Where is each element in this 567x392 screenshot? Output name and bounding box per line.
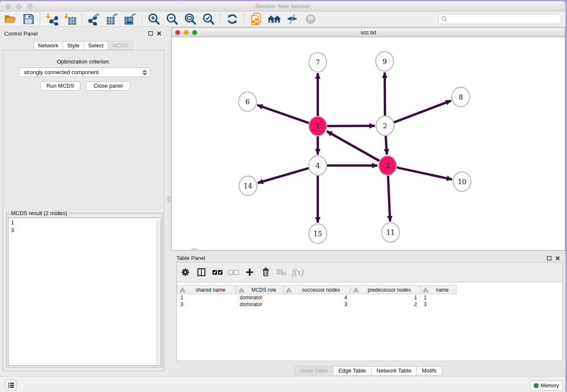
horizontal-splitter-grip[interactable] xyxy=(192,248,197,251)
function-builder-icon: f(x) xyxy=(292,268,304,277)
toolbar-separator xyxy=(40,14,40,25)
mcds-result-box: MCDS result (2 nodes) 1 3 xyxy=(6,213,163,367)
graph-node-label: 1 xyxy=(316,122,320,130)
table-row[interactable]: 1dominator411 xyxy=(177,294,457,301)
zoom-fit-icon[interactable] xyxy=(181,12,199,26)
memory-status-icon xyxy=(534,383,539,388)
graph-node-label: 6 xyxy=(245,98,250,106)
mcds-result-title: MCDS result (2 nodes) xyxy=(9,210,69,216)
graph-node-label: 7 xyxy=(316,58,320,66)
control-panel: Control Panel Network Style Select MCDS … xyxy=(0,27,167,376)
tab-style[interactable]: Style xyxy=(63,41,84,50)
graph-node-label: 10 xyxy=(458,178,466,186)
control-panel-tabs: Network Style Select MCDS xyxy=(0,41,167,50)
graph-edge-2-8[interactable] xyxy=(394,101,451,123)
graph-edge-3-11[interactable] xyxy=(388,176,390,221)
window-title: Session: New Session xyxy=(0,3,565,9)
memory-button[interactable]: Memory xyxy=(530,381,563,391)
node-table: shared nameMCDS rolesuccessor nodesprede… xyxy=(177,285,457,308)
tab-edge-table[interactable]: Edge Table xyxy=(333,366,372,375)
criterion-select[interactable]: strongly connected component xyxy=(19,67,151,77)
tab-select[interactable]: Select xyxy=(84,41,108,50)
export-image-icon[interactable] xyxy=(121,12,139,26)
network-window-title: scc.txt xyxy=(172,29,565,36)
split-panel-icon[interactable] xyxy=(195,268,207,277)
result-line: 1 xyxy=(11,219,161,226)
export-table-icon[interactable] xyxy=(103,12,121,26)
import-table-icon[interactable] xyxy=(61,12,79,26)
column-header-name[interactable]: name xyxy=(421,286,457,294)
table-settings-icon[interactable] xyxy=(179,268,191,277)
float-table-panel-icon[interactable] xyxy=(547,256,552,261)
delete-column-icon[interactable] xyxy=(260,268,272,277)
save-session-icon[interactable] xyxy=(19,12,37,26)
main-toolbar xyxy=(0,11,565,27)
toolbar-separator xyxy=(142,14,142,25)
tab-network[interactable]: Network xyxy=(33,41,63,50)
select-stepper-icon xyxy=(142,69,147,76)
graph-edge-1-6[interactable] xyxy=(257,105,309,123)
column-header-successor-nodes[interactable]: successor nodes xyxy=(284,286,351,294)
home-icon[interactable] xyxy=(265,12,283,26)
graph-edge-2-3[interactable] xyxy=(386,136,387,155)
node-table-container: f(x) shared nameMCDS rolesuccessor nodes… xyxy=(176,262,563,361)
graph-edge-3-10[interactable] xyxy=(397,168,452,179)
search-input[interactable] xyxy=(438,14,561,24)
close-panel-button[interactable]: Close panel xyxy=(86,81,130,91)
table-panel-title: Table Panel xyxy=(176,255,205,261)
list-icon xyxy=(7,381,15,389)
tab-network-table[interactable]: Network Table xyxy=(372,366,417,375)
network-window-titlebar: ✕ − + scc.txt xyxy=(172,28,565,37)
close-table-panel-icon[interactable] xyxy=(555,256,560,261)
table-panel: Table Panel xyxy=(171,252,565,376)
tab-node-table[interactable]: Node Table xyxy=(295,366,333,375)
column-header-MCDS-role[interactable]: MCDS role xyxy=(237,286,284,294)
vertical-splitter-grip[interactable] xyxy=(168,196,171,202)
mcds-panel: Optimization criterion: strongly connect… xyxy=(3,50,164,371)
title-bar: Session: New Session xyxy=(0,1,565,11)
mcds-result-list[interactable]: 1 3 xyxy=(8,218,161,366)
graph-node-label: 9 xyxy=(383,58,387,66)
open-file-icon[interactable] xyxy=(1,12,19,26)
table-toolbar: f(x) xyxy=(177,262,562,282)
refresh-icon[interactable] xyxy=(223,12,241,26)
run-mcds-button[interactable]: Run MCDS xyxy=(40,81,80,91)
add-column-icon[interactable] xyxy=(244,268,256,277)
select-all-columns-icon[interactable] xyxy=(212,268,223,277)
graph-edge-2-9[interactable] xyxy=(385,72,385,116)
zoom-out-icon[interactable] xyxy=(163,12,181,26)
optimization-criterion-label: Optimization criterion: xyxy=(3,58,164,65)
task-history-button[interactable] xyxy=(5,379,17,391)
zoom-in-icon[interactable] xyxy=(145,12,163,26)
table-row[interactable]: 3dominator323 xyxy=(177,301,457,308)
unselect-all-columns-icon[interactable] xyxy=(228,268,239,277)
import-network-icon[interactable] xyxy=(43,12,61,26)
graph-node-label: 14 xyxy=(244,182,252,190)
column-header-predecessor-nodes[interactable]: predecessor nodes xyxy=(351,286,421,294)
float-panel-icon[interactable] xyxy=(148,31,153,36)
zoom-selected-icon[interactable] xyxy=(199,12,217,26)
network-window: ✕ − + scc.txt 7968124314101511 xyxy=(171,28,565,251)
network-canvas[interactable]: 7968124314101511 xyxy=(172,37,565,250)
result-line: 3 xyxy=(11,226,161,234)
network-graph: 7968124314101511 xyxy=(172,37,565,251)
memory-label: Memory xyxy=(541,383,559,389)
delete-table-icon xyxy=(276,268,288,277)
column-header-shared-name[interactable]: shared name xyxy=(177,286,237,294)
app-window: Session: New Session xyxy=(0,1,565,392)
network-from-file-icon[interactable] xyxy=(247,12,265,26)
sphere-icon xyxy=(301,12,319,26)
graph-node-label: 15 xyxy=(314,230,322,238)
result-scrollbar[interactable] xyxy=(156,221,161,365)
graph-edge-1-2[interactable] xyxy=(327,126,375,126)
graph-edge-4-14[interactable] xyxy=(258,168,309,183)
workspace: Control Panel Network Style Select MCDS … xyxy=(0,27,565,376)
graph-node-label: 11 xyxy=(386,229,395,237)
graph-edge-3-1[interactable] xyxy=(327,131,379,161)
export-network-icon[interactable] xyxy=(85,12,103,26)
hide-panel-icon[interactable] xyxy=(283,12,301,26)
close-panel-icon[interactable] xyxy=(157,31,162,36)
tab-motifs[interactable]: Motifs xyxy=(417,366,442,375)
tab-mcds[interactable]: MCDS xyxy=(108,41,133,50)
toolbar-separator xyxy=(82,14,82,25)
